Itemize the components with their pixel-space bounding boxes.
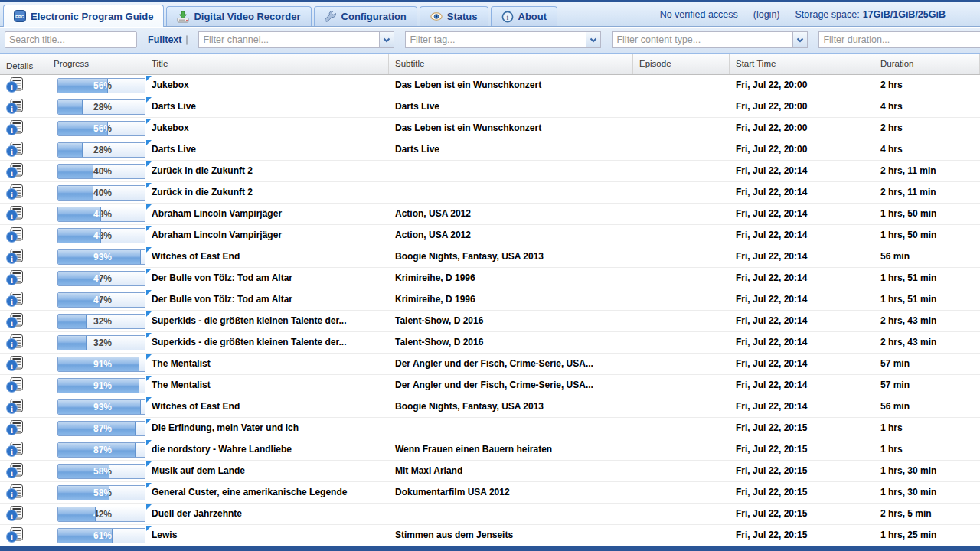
progress-fill: 87% [58, 422, 136, 435]
program-row[interactable]: i 47% 47% Der Bulle von Tölz: Tod am Alt… [0, 268, 980, 289]
tab-electronic-program-guide[interactable]: EPG Electronic Program Guide [3, 5, 164, 27]
details-icon[interactable]: i [6, 270, 24, 289]
program-row[interactable]: i 87% 87% die nordstory - Wahre Landlieb… [0, 439, 980, 461]
program-row[interactable]: i 42% 42% Duell der Jahrzehnte Fri, Jul … [0, 504, 980, 525]
details-icon[interactable]: i [6, 292, 24, 310]
details-icon[interactable]: i [6, 77, 24, 96]
svg-text:i: i [11, 362, 13, 370]
filter-content-type-dropdown-trigger[interactable] [792, 31, 808, 48]
fulltext-checkbox[interactable] [186, 35, 188, 45]
details-icon[interactable]: i [6, 399, 24, 417]
program-row[interactable]: i 32% 32% Superkids - die größten kleine… [0, 332, 980, 354]
title-cell: Darts Live [145, 96, 389, 117]
column-header-duration[interactable]: Duration [874, 54, 980, 74]
login-link[interactable]: (login) [753, 9, 780, 20]
column-header-subtitle[interactable]: Subtitle [389, 54, 633, 74]
start-time-cell: Fri, Jul 22, 20:15 [730, 439, 874, 460]
details-icon[interactable]: i [6, 142, 24, 160]
epg-grid-body: i 56% 56% Jukebox Das Leben ist ein Wuns… [0, 75, 980, 546]
filter-content-type-combo[interactable]: Filter content type... [612, 31, 808, 48]
new-program-flag-icon [146, 290, 152, 295]
details-icon[interactable]: i [6, 99, 24, 117]
program-row[interactable]: i 47% 47% Der Bulle von Tölz: Tod am Alt… [0, 289, 980, 311]
tab-status[interactable]: Status [420, 6, 488, 26]
search-title-input[interactable] [5, 31, 137, 48]
progress-cell: 91% 91% [47, 354, 145, 374]
program-row[interactable]: i 48% 48% Abraham Lincoln Vampirjäger Ac… [0, 225, 980, 246]
details-icon[interactable]: i [6, 463, 24, 481]
progress-cell: 32% 32% [47, 332, 145, 353]
progress-cell: 28% 28% [47, 139, 145, 160]
filter-tag-field[interactable]: Filter tag... [405, 31, 586, 48]
details-icon[interactable]: i [6, 334, 24, 353]
details-icon[interactable]: i [6, 313, 24, 331]
program-row[interactable]: i 28% 28% Darts Live Darts Live Fri, Jul… [0, 96, 980, 118]
details-icon[interactable]: i [6, 377, 24, 396]
column-header-episode[interactable]: Episode [633, 54, 730, 74]
subtitle-cell: Krimireihe, D 1996 [389, 268, 633, 289]
details-icon[interactable]: i [6, 484, 24, 503]
filter-content-type-field[interactable]: Filter content type... [612, 31, 792, 48]
filter-tag-combo[interactable]: Filter tag... [405, 31, 601, 48]
details-icon[interactable]: i [6, 184, 24, 203]
episode-cell [633, 461, 730, 481]
start-time-cell: Fri, Jul 22, 20:14 [730, 161, 874, 181]
progress-label-overlay: 48% [58, 229, 101, 243]
details-icon[interactable]: i [6, 249, 24, 267]
filter-channel-field[interactable]: Filter channel... [198, 31, 379, 48]
program-row[interactable]: i 28% 28% Darts Live Darts Live Fri, Jul… [0, 139, 980, 161]
column-header-details[interactable]: Details [0, 54, 47, 74]
progress-label-overlay: 91% [58, 379, 139, 393]
start-time-cell: Fri, Jul 22, 20:14 [730, 246, 874, 267]
episode-cell [633, 96, 730, 117]
details-icon[interactable]: i [6, 420, 24, 439]
program-row[interactable]: i 61% 61% Lewis Stimmen aus dem Jenseits… [0, 525, 980, 546]
program-row[interactable]: i 91% 91% The Mentalist Der Angler und d… [0, 354, 980, 375]
program-title: Der Bulle von Tölz: Tod am Altar [152, 294, 292, 305]
program-row[interactable]: i 58% 58% Musik auf dem Lande Mit Maxi A… [0, 461, 980, 482]
filter-tag-dropdown-trigger[interactable] [586, 31, 601, 48]
episode-cell [633, 268, 730, 289]
progress-bar: 58% 58% [57, 485, 145, 500]
progress-fill: 91% [58, 379, 139, 393]
details-cell: i [0, 289, 47, 310]
tab-configuration[interactable]: Configuration [314, 6, 417, 26]
start-time-cell: Fri, Jul 22, 20:14 [730, 311, 874, 331]
episode-cell [633, 289, 730, 310]
details-icon[interactable]: i [6, 120, 24, 139]
program-row[interactable]: i 91% 91% The Mentalist Der Angler und d… [0, 375, 980, 396]
details-icon[interactable]: i [6, 356, 24, 374]
filter-duration-combo[interactable]: Filter duration... [818, 31, 980, 48]
program-row[interactable]: i 58% 58% General Custer, eine amerikani… [0, 482, 980, 504]
program-row[interactable]: i 56% 56% Jukebox Das Leben ist ein Wuns… [0, 118, 980, 139]
filter-channel-combo[interactable]: Filter channel... [198, 31, 394, 48]
column-header-title[interactable]: Title [145, 54, 389, 74]
program-row[interactable]: i 93% 93% Witches of East End Boogie Nig… [0, 246, 980, 268]
details-icon[interactable]: i [6, 163, 24, 181]
program-row[interactable]: i 40% 40% Zurück in die Zukunft 2 Fri, J… [0, 182, 980, 204]
details-icon[interactable]: i [6, 506, 24, 524]
program-row[interactable]: i 48% 48% Abraham Lincoln Vampirjäger Ac… [0, 204, 980, 225]
details-icon[interactable]: i [6, 227, 24, 246]
column-header-progress[interactable]: Progress [47, 54, 145, 74]
progress-label-overlay: 56% [58, 79, 108, 93]
column-header-start-time[interactable]: Start Time [730, 54, 874, 74]
details-icon[interactable]: i [6, 527, 24, 546]
program-row[interactable]: i 87% 87% Die Erfindung, mein Vater und … [0, 418, 980, 439]
duration-cell: 1 hrs [874, 418, 980, 439]
details-cell: i [0, 482, 47, 503]
program-row[interactable]: i 40% 40% Zurück in die Zukunft 2 Fri, J… [0, 161, 980, 182]
tab-digital-video-recorder[interactable]: Digital Video Recorder [166, 6, 311, 26]
program-row[interactable]: i 32% 32% Superkids - die größten kleine… [0, 311, 980, 332]
progress-fill: 56% [58, 122, 108, 135]
filter-duration-field[interactable]: Filter duration... [818, 31, 980, 48]
tab-about[interactable]: i About [491, 6, 558, 26]
progress-fill: 47% [58, 293, 100, 307]
progress-label-overlay: 47% [58, 293, 100, 307]
details-icon[interactable]: i [6, 206, 24, 224]
filter-channel-dropdown-trigger[interactable] [379, 31, 394, 48]
program-row[interactable]: i 56% 56% Jukebox Das Leben ist ein Wuns… [0, 75, 980, 96]
start-time-cell: Fri, Jul 22, 20:15 [730, 504, 874, 524]
program-row[interactable]: i 93% 93% Witches of East End Boogie Nig… [0, 396, 980, 418]
details-icon[interactable]: i [6, 442, 24, 460]
